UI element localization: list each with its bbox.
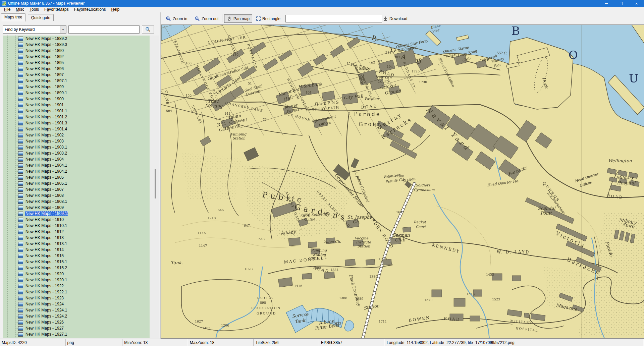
chevron-down-icon[interactable]: ▼ [60,26,66,33]
tree-item[interactable]: New HK Maps - 1901 [3,102,150,108]
map-thumbnail-icon [18,260,23,264]
tree-item-label: New HK Maps - 1926 [25,320,64,325]
tree-item[interactable]: New HK Maps - 1901.3 [3,120,150,126]
tree-item-label: New HK Maps - 1910 [25,217,64,222]
tree-item[interactable]: New HK Maps - 1901.2 [3,114,150,120]
tree-item[interactable]: New HK Maps - 1899.1 [3,90,150,96]
tree-item[interactable]: New HK Maps - 1909 [3,205,150,211]
menu-item-tools[interactable]: Tools [27,7,42,12]
tree-item[interactable]: New HK Maps - 1890 [3,48,150,54]
tree-item[interactable]: New HK Maps - 1927.1 [3,331,150,337]
tree-item[interactable]: New HK Maps - 1905 [3,174,150,180]
tab-maps-tree[interactable]: Maps tree [1,13,25,21]
minimize-button[interactable] [599,0,614,7]
tab-quick-goto[interactable]: Quick goto [28,14,54,21]
tree-item[interactable]: New HK Maps - 1903 [3,138,150,144]
tree-item[interactable]: New HK Maps - 1895 [3,60,150,66]
tree-item[interactable]: New HK Maps - 1905.1 [3,180,150,186]
map-canvas[interactable]: BOUROADBlakePierStar FerryPierQueens Sta… [161,25,644,339]
menu-item-misc[interactable]: Misc [13,7,27,12]
tree-item[interactable]: New HK Maps - 1903.1 [3,144,150,150]
close-icon: × [635,1,638,6]
tree-scrollbar-thumb[interactable] [155,169,156,198]
tree-item-label: New HK Maps - 1903.1 [25,145,68,150]
tree-item[interactable]: New HK Maps - 1900 [3,96,150,102]
find-mode-dropdown[interactable]: Find by Keyword ▼ [3,25,66,34]
map-thumbnail-icon [18,169,23,174]
tree-item[interactable]: New HK Maps - 1926 [3,319,150,325]
rectangle-button[interactable]: Rectangle [254,14,283,23]
tree-item[interactable]: New HK Maps - 1912 [3,229,150,235]
menu-item-help[interactable]: Help [109,7,122,12]
tree-item[interactable]: New HK Maps - 1892 [3,54,150,60]
tree-item[interactable]: New HK Maps - 1913.1 [3,241,150,247]
tree-item[interactable]: New HK Maps - 1913 [3,235,150,241]
tree-item-label: New HK Maps - 1908 [25,193,64,198]
tree-item[interactable]: New HK Maps - 1897.1 [3,78,150,84]
tree-item[interactable]: New HK Maps - 1901.1 [3,108,150,114]
svg-text:Pumping: Pumping [311,248,327,252]
pan-map-button[interactable]: Pan map [224,14,252,23]
tree-item[interactable]: New HK Maps - 1904.2 [3,168,150,174]
tree-item[interactable]: New HK Maps - 1920 [3,271,150,277]
svg-text:51: 51 [248,81,252,85]
maximize-button[interactable] [614,0,629,7]
tree-item[interactable]: New HK Maps - 1924.2 [3,313,150,319]
tree-item[interactable]: New HK Maps - 1901.4 [3,126,150,132]
tree-item[interactable]: New HK Maps - 1902 [3,132,150,138]
tree-scrollbar[interactable] [150,36,159,338]
tree-item[interactable]: New HK Maps - 1903.2 [3,150,150,156]
tree-item[interactable]: New HK Maps - 1924.1 [3,307,150,313]
svg-text:76: 76 [263,118,267,121]
tree-item[interactable]: New HK Maps - 1896 [3,66,150,72]
menu-item-favoritelocations[interactable]: FavoriteLocations [71,7,109,12]
search-input[interactable] [68,25,140,34]
svg-text:Mosque: Mosque [205,103,223,108]
tree-item-label: New HK Maps - 1901.2 [25,115,68,119]
map-thumbnail-icon [18,296,23,300]
search-button[interactable] [142,25,154,34]
tree-item[interactable]: New HK Maps - 1927 [3,325,150,331]
tree-item[interactable]: New HK Maps - 1889.2 [3,36,150,42]
map-thumbnail-icon [18,206,23,210]
zoom-out-icon [195,16,200,21]
map-viewport[interactable]: BOUROADBlakePierStar FerryPierQueens Sta… [161,24,644,339]
tree-item[interactable]: New HK Maps - 1908.1 [3,198,150,205]
svg-text:O: O [569,48,578,62]
tree-item[interactable]: New HK Maps - 1922 [3,283,150,289]
tree-item[interactable]: New HK Maps - 1915.1 [3,259,150,265]
tree-item[interactable]: New HK Maps - 1914 [3,247,150,253]
menu-item-file[interactable]: File [1,7,13,12]
title-bar[interactable]: Offline Map Maker 8.367 - Maps Previewer… [0,0,644,7]
zoom-in-button[interactable]: Zoom in [163,14,190,23]
tree-item-label: New HK Maps - 1927 [25,326,64,331]
tree-item[interactable]: New HK Maps - 1907 [3,186,150,192]
zoom-out-button[interactable]: Zoom out [192,14,221,23]
svg-text:The: The [208,99,216,104]
svg-text:Pavilion: Pavilion [365,97,379,101]
tree-item[interactable]: New HK Maps - 1924 [3,301,150,307]
download-button[interactable]: Download [380,14,410,23]
tree-item[interactable]: New HK Maps - 1899 [3,84,150,90]
menu-item-favoritemaps[interactable]: FavoriteMaps [42,7,71,12]
tree-item[interactable]: New HK Maps - 1904.1 [3,162,150,168]
tree-item-label: New HK Maps - 1914 [25,247,64,252]
tree-item[interactable]: New HK Maps - 1915.2 [3,265,150,271]
svg-text:Parade: Parade [354,111,381,117]
tree-item[interactable]: New HK Maps - 1904 [3,156,150,162]
tree-item[interactable]: New HK Maps - 1923 [3,295,150,301]
tree-item[interactable]: New HK Maps - 1915 [3,253,150,259]
tree-item-label: New HK Maps - 1904 [25,157,64,162]
close-button[interactable]: × [629,0,644,7]
tree-item[interactable]: New HK Maps - 1910.1 [3,223,150,229]
tree-item[interactable]: New HK Maps - 1908 [3,192,150,198]
map-thumbnail-icon [18,103,23,107]
toolbar-input[interactable] [285,15,382,22]
tree-item[interactable]: New HK Maps - 1910 [3,217,150,223]
tree-item[interactable]: New HK Maps - 1922.1 [3,289,150,295]
tree-item[interactable]: New HK Maps - 1897 [3,72,150,78]
tree-item-label: New HK Maps - 1897.1 [25,78,68,83]
tree-item[interactable]: New HK Maps - 1889.3 [3,42,150,48]
tree-item[interactable]: New HK Maps - 1909.1 [3,211,150,217]
tree-item[interactable]: New HK Maps - 1920.1 [3,277,150,283]
